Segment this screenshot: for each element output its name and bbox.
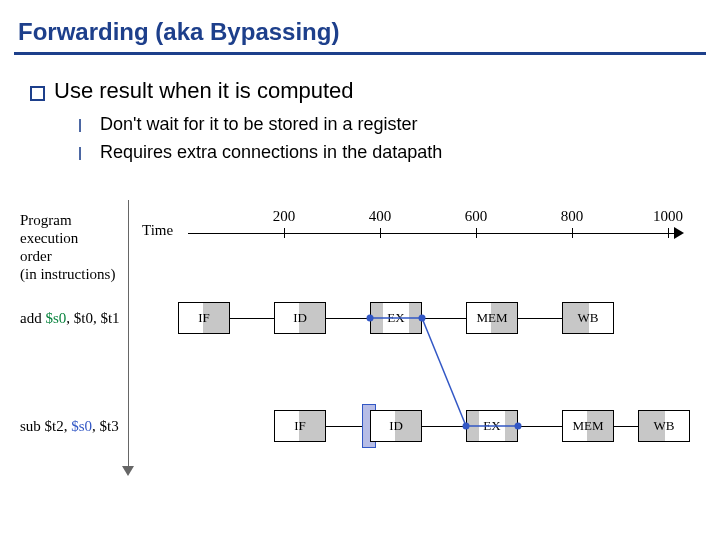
tick bbox=[284, 228, 285, 238]
tick-label: 200 bbox=[273, 208, 296, 225]
arrow-down-icon bbox=[122, 466, 134, 476]
bullet-sub-1: Don't wait for it to be stored in a regi… bbox=[100, 114, 418, 135]
bullet-square-icon bbox=[30, 86, 45, 101]
bullet-main: Use result when it is computed bbox=[54, 78, 354, 104]
vertical-rule bbox=[128, 200, 129, 470]
tick bbox=[476, 228, 477, 238]
slide-title: Forwarding (aka Bypassing) bbox=[18, 18, 339, 46]
forward-dot-icon bbox=[419, 315, 426, 322]
stage-mem: MEM bbox=[562, 410, 614, 442]
instruction-1: add $s0, $t0, $t1 bbox=[20, 310, 120, 327]
bullet-sub-2: Requires extra connections in the datapa… bbox=[100, 142, 442, 163]
tick-label: 800 bbox=[561, 208, 584, 225]
connector bbox=[614, 426, 638, 427]
pipeline-diagram: Program execution order (in instructions… bbox=[20, 200, 690, 500]
tick-label: 1000 bbox=[653, 208, 683, 225]
svg-line-1 bbox=[422, 318, 466, 426]
y-axis-label: (in instructions) bbox=[20, 266, 115, 283]
y-axis-label: execution bbox=[20, 230, 78, 247]
connector bbox=[422, 318, 466, 319]
connector bbox=[422, 426, 466, 427]
y-axis-label: Program bbox=[20, 212, 72, 229]
stage-wb: WB bbox=[638, 410, 690, 442]
stage-id: ID bbox=[274, 302, 326, 334]
tick bbox=[572, 228, 573, 238]
instr1-op: add bbox=[20, 310, 42, 326]
connector bbox=[230, 318, 274, 319]
instr2-rd: $t2 bbox=[45, 418, 64, 434]
instr1-rt: $t1 bbox=[100, 310, 119, 326]
connector bbox=[518, 318, 562, 319]
tick-label: 400 bbox=[369, 208, 392, 225]
bullet-sub-icon: l bbox=[78, 116, 82, 137]
stage-wb: WB bbox=[562, 302, 614, 334]
y-axis-label: order bbox=[20, 248, 52, 265]
title-underline bbox=[14, 52, 706, 55]
bullet-sub-icon: l bbox=[78, 144, 82, 165]
connector bbox=[326, 318, 370, 319]
forward-dot-icon bbox=[367, 315, 374, 322]
stage-mem: MEM bbox=[466, 302, 518, 334]
instr2-op: sub bbox=[20, 418, 41, 434]
instr2-rt: $t3 bbox=[100, 418, 119, 434]
tick bbox=[668, 228, 669, 238]
timeline-axis bbox=[188, 233, 678, 234]
stage-ex: EX bbox=[370, 302, 422, 334]
forward-dot-icon bbox=[515, 423, 522, 430]
stage-if: IF bbox=[178, 302, 230, 334]
arrow-right-icon bbox=[674, 227, 684, 239]
instr1-rd: $s0 bbox=[45, 310, 66, 326]
instr1-rs: $t0 bbox=[74, 310, 93, 326]
stage-id: ID bbox=[370, 410, 422, 442]
instruction-2: sub $t2, $s0, $t3 bbox=[20, 418, 119, 435]
stage-if: IF bbox=[274, 410, 326, 442]
slide: Forwarding (aka Bypassing) Use result wh… bbox=[0, 0, 720, 540]
forward-dot-icon bbox=[463, 423, 470, 430]
time-label: Time bbox=[142, 222, 173, 239]
instr2-rs: $s0 bbox=[71, 418, 92, 434]
connector bbox=[518, 426, 562, 427]
forwarding-lines bbox=[20, 200, 690, 500]
tick-label: 600 bbox=[465, 208, 488, 225]
stage-ex: EX bbox=[466, 410, 518, 442]
tick bbox=[380, 228, 381, 238]
